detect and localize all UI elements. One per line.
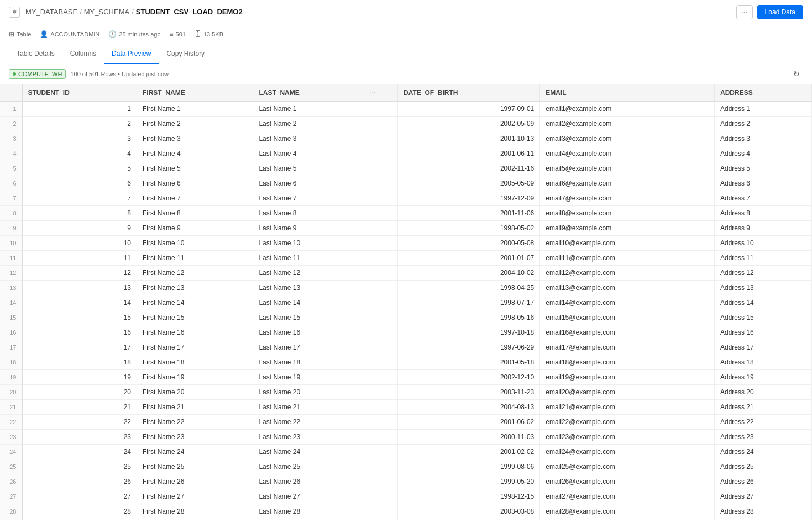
cell-last-name: Last Name 12 [253, 266, 381, 281]
table-container[interactable]: STUDENT_ID FIRST_NAME LAST_NAME ··· [0, 84, 812, 520]
cell-dots [381, 251, 397, 266]
cell-last-name: Last Name 13 [253, 281, 381, 295]
cell-dots [381, 206, 397, 221]
cell-address: Address 1 [714, 102, 811, 117]
breadcrumb-table: STUDENT_CSV_LOAD_DEMO2 [136, 8, 243, 16]
col-header-student-id[interactable]: STUDENT_ID [22, 84, 137, 102]
table-row: 1818First Name 18Last Name 182001-05-18e… [0, 355, 812, 370]
cell-date-of-birth: 2001-02-02 [397, 445, 539, 459]
cell-email: email19@example.com [540, 370, 715, 385]
cell-date-of-birth: 2002-12-10 [397, 370, 539, 385]
cell-student-id: 20 [22, 385, 137, 400]
tab-copy-history[interactable]: Copy History [159, 44, 212, 64]
col-header-address[interactable]: ADDRESS [714, 84, 811, 102]
row-number-cell: 10 [0, 236, 22, 251]
cell-last-name: Last Name 21 [253, 400, 381, 415]
cell-student-id: 14 [22, 295, 137, 310]
cell-student-id: 22 [22, 415, 137, 430]
cell-email: email27@example.com [540, 489, 715, 504]
cell-first-name: First Name 8 [137, 206, 253, 221]
cell-date-of-birth: 1998-05-02 [397, 221, 539, 236]
row-number-cell: 12 [0, 266, 22, 281]
col-header-date-of-birth[interactable]: DATE_OF_BIRTH [397, 84, 539, 102]
cell-student-id: 15 [22, 310, 137, 325]
cell-date-of-birth: 2000-09-30 [397, 519, 539, 520]
table-icon: ⊞ [9, 30, 14, 38]
col-header-last-name[interactable]: LAST_NAME ··· [253, 84, 381, 102]
cell-dots [381, 459, 397, 474]
toolbar: COMPUTE_WH 100 of 501 Rows • Updated jus… [0, 64, 812, 84]
col-menu-icon: ··· [370, 89, 375, 96]
cell-email: email7@example.com [540, 191, 715, 206]
cell-email: email15@example.com [540, 310, 715, 325]
top-header: ❄ MY_DATABASE / MY_SCHEMA / STUDENT_CSV_… [0, 0, 812, 24]
row-number-cell: 8 [0, 206, 22, 221]
row-number-cell: 18 [0, 355, 22, 370]
compute-status-dot [13, 72, 16, 76]
table-row: 1515First Name 15Last Name 151998-05-16e… [0, 310, 812, 325]
compute-label: COMPUTE_WH [18, 71, 62, 77]
cell-last-name: Last Name 10 [253, 236, 381, 251]
row-number-cell: 20 [0, 385, 22, 400]
cell-last-name: Last Name 29 [253, 519, 381, 520]
cell-email: email25@example.com [540, 459, 715, 474]
col-header-first-name[interactable]: FIRST_NAME [137, 84, 253, 102]
table-row: 1919First Name 19Last Name 192002-12-10e… [0, 370, 812, 385]
owner-item: 👤 ACCOUNTADMIN [40, 30, 99, 38]
table-header-row: STUDENT_ID FIRST_NAME LAST_NAME ··· [0, 84, 812, 102]
cell-last-name: Last Name 3 [253, 131, 381, 146]
cell-address: Address 22 [714, 415, 811, 430]
cell-student-id: 13 [22, 281, 137, 295]
cell-last-name: Last Name 14 [253, 295, 381, 310]
cell-address: Address 20 [714, 385, 811, 400]
cell-email: email16@example.com [540, 325, 715, 340]
col-header-email[interactable]: EMAIL [540, 84, 715, 102]
cell-first-name: First Name 16 [137, 325, 253, 340]
cell-first-name: First Name 28 [137, 504, 253, 519]
cell-student-id: 8 [22, 206, 137, 221]
cell-date-of-birth: 2003-03-08 [397, 504, 539, 519]
row-number-cell: 19 [0, 370, 22, 385]
cell-student-id: 23 [22, 430, 137, 445]
cell-date-of-birth: 2000-11-03 [397, 430, 539, 445]
cell-email: email13@example.com [540, 281, 715, 295]
tab-data-preview[interactable]: Data Preview [104, 44, 159, 64]
row-number-cell: 23 [0, 430, 22, 445]
cell-student-id: 1 [22, 102, 137, 117]
table-row: 1212First Name 12Last Name 122004-10-02e… [0, 266, 812, 281]
load-data-button[interactable]: Load Data [757, 5, 803, 19]
cell-dots [381, 340, 397, 355]
cell-first-name: First Name 29 [137, 519, 253, 520]
rows-icon: ≡ [170, 30, 174, 38]
cell-date-of-birth: 1997-12-09 [397, 191, 539, 206]
rows-item: ≡ 501 [170, 30, 186, 38]
cell-first-name: First Name 11 [137, 251, 253, 266]
cell-first-name: First Name 5 [137, 161, 253, 176]
cell-dots [381, 415, 397, 430]
table-row: 2424First Name 24Last Name 242001-02-02e… [0, 445, 812, 459]
table-row: 88First Name 8Last Name 82001-11-06email… [0, 206, 812, 221]
tab-table-details[interactable]: Table Details [9, 44, 62, 64]
tab-columns[interactable]: Columns [62, 44, 104, 64]
cell-email: email14@example.com [540, 295, 715, 310]
cell-first-name: First Name 14 [137, 295, 253, 310]
row-number-cell: 26 [0, 474, 22, 489]
cell-last-name: Last Name 8 [253, 206, 381, 221]
cell-address: Address 23 [714, 430, 811, 445]
cell-date-of-birth: 2002-05-09 [397, 117, 539, 131]
cell-last-name: Last Name 6 [253, 176, 381, 191]
cell-date-of-birth: 1998-12-15 [397, 489, 539, 504]
cell-email: email6@example.com [540, 176, 715, 191]
more-options-button[interactable]: ··· [736, 5, 753, 19]
cell-email: email28@example.com [540, 504, 715, 519]
cell-email: email9@example.com [540, 221, 715, 236]
cell-first-name: First Name 10 [137, 236, 253, 251]
cell-date-of-birth: 1997-09-01 [397, 102, 539, 117]
table-row: 1616First Name 16Last Name 161997-10-18e… [0, 325, 812, 340]
cell-date-of-birth: 2001-10-13 [397, 131, 539, 146]
breadcrumb-schema: MY_SCHEMA [84, 8, 129, 16]
cell-first-name: First Name 25 [137, 459, 253, 474]
row-number-cell: 6 [0, 176, 22, 191]
cell-student-id: 21 [22, 400, 137, 415]
refresh-button[interactable]: ↻ [790, 68, 803, 80]
